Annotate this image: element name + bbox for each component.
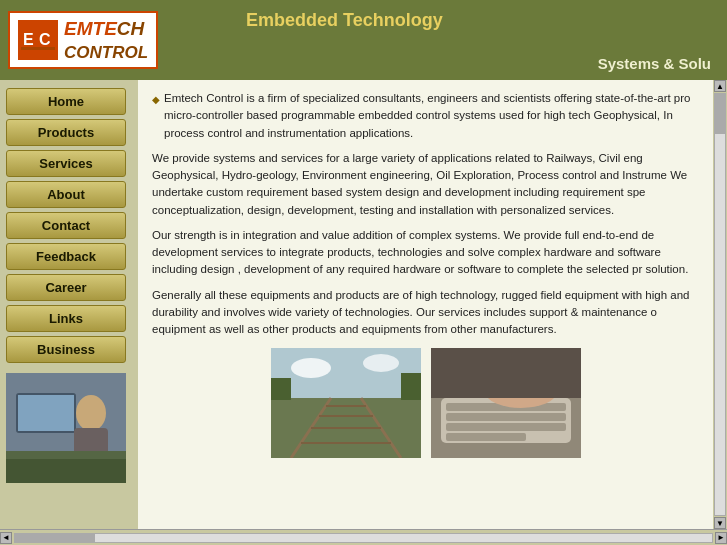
scroll-down-arrow[interactable]: ▼: [714, 517, 726, 529]
sidebar-image: [6, 373, 126, 483]
scroll-left-arrow[interactable]: ◄: [0, 532, 12, 544]
main-layout: Home Products Services About Contact Fee…: [0, 80, 727, 529]
svg-text:E: E: [23, 31, 34, 48]
para4: Generally all these equipments and produ…: [152, 287, 699, 339]
svg-rect-9: [18, 395, 74, 431]
svg-rect-13: [271, 348, 421, 398]
content-text: ◆ Emtech Control is a firm of specialize…: [152, 90, 699, 338]
sidebar-item-about[interactable]: About: [6, 181, 126, 208]
header-title: Embedded Technology: [246, 10, 711, 31]
sidebar-item-products[interactable]: Products: [6, 119, 126, 146]
svg-point-24: [363, 354, 399, 372]
svg-rect-37: [431, 348, 581, 398]
scrollbar-thumb[interactable]: [15, 534, 95, 542]
sidebar: Home Products Services About Contact Fee…: [0, 80, 138, 529]
para1: Emtech Control is a firm of specialized …: [164, 90, 699, 142]
svg-rect-22: [401, 373, 421, 400]
scroll-right-arrow[interactable]: ►: [715, 532, 727, 544]
logo-text: Emtech Control: [64, 17, 148, 63]
svg-rect-28: [446, 413, 566, 421]
svg-rect-29: [446, 423, 566, 431]
svg-rect-3: [21, 47, 55, 50]
svg-rect-21: [271, 378, 291, 400]
logo-icon: E C: [18, 20, 58, 60]
bottom-scrollbar: ◄ ►: [0, 529, 727, 545]
header: E C Emtech Control Embedded Technology S…: [0, 0, 727, 80]
logo-box: E C Emtech Control: [8, 11, 158, 69]
bullet-icon: ◆: [152, 92, 160, 150]
sidebar-item-contact[interactable]: Contact: [6, 212, 126, 239]
svg-point-23: [291, 358, 331, 378]
header-subtitle: Systems & Solu: [246, 55, 711, 72]
para3: Our strength is in integration and value…: [152, 227, 699, 279]
images-row: [152, 348, 699, 458]
keyboard-image: [431, 348, 581, 458]
svg-point-7: [76, 395, 106, 431]
sidebar-item-services[interactable]: Services: [6, 150, 126, 177]
sidebar-item-feedback[interactable]: Feedback: [6, 243, 126, 270]
svg-rect-11: [6, 459, 126, 483]
scroll-thumb[interactable]: [715, 94, 725, 134]
sidebar-item-business[interactable]: Business: [6, 336, 126, 363]
sidebar-item-links[interactable]: Links: [6, 305, 126, 332]
para2: We provide systems and services for a la…: [152, 150, 699, 219]
svg-rect-30: [446, 433, 526, 441]
svg-rect-10: [6, 451, 126, 459]
sidebar-item-home[interactable]: Home: [6, 88, 126, 115]
right-scrollbar: ▲ ▼: [713, 80, 727, 529]
content-area: ◆ Emtech Control is a firm of specialize…: [138, 80, 713, 529]
scrollbar-track: [14, 533, 713, 543]
sidebar-item-career[interactable]: Career: [6, 274, 126, 301]
scroll-up-arrow[interactable]: ▲: [714, 80, 726, 92]
svg-text:C: C: [39, 31, 51, 48]
railway-image: [271, 348, 421, 458]
logo-area: E C Emtech Control: [0, 0, 230, 80]
header-right: Embedded Technology Systems & Solu: [230, 0, 727, 80]
